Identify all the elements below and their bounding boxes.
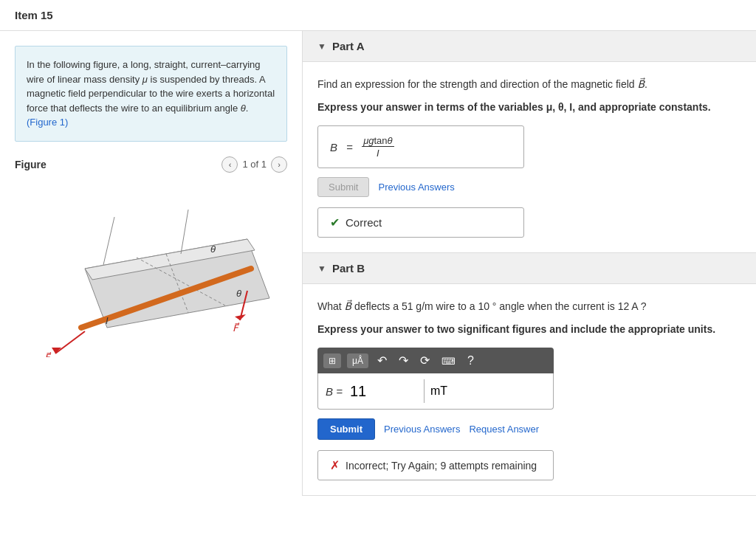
part-a-question: Find an expression for the strength and …: [317, 77, 741, 92]
part-a-instruction-text: Express your answer in terms of the vari…: [317, 101, 711, 113]
figure-link[interactable]: (Figure 1): [27, 117, 68, 128]
matrix-icon: ⊞: [329, 356, 336, 366]
math-input-row: B =: [318, 373, 553, 409]
part-a-correct-banner: ✔ Correct: [317, 207, 524, 238]
part-b-body: What B⃗ deflects a 51 g/m wire to a 10 °…: [303, 284, 756, 495]
refresh-button[interactable]: ⟳: [417, 352, 433, 369]
part-b-submit-row: Submit Previous Answers Request Answer: [317, 418, 741, 440]
part-a-prev-answers-link[interactable]: Previous Answers: [378, 182, 454, 193]
item-label: Item 15: [15, 9, 53, 21]
part-a-header[interactable]: ▼ Part A: [303, 31, 756, 62]
part-b-question: What B⃗ deflects a 51 g/m wire to a 10 °…: [317, 299, 741, 314]
figure-section: Figure ‹ 1 of 1 ›: [15, 156, 287, 357]
part-b-prev-answers-link[interactable]: Previous Answers: [384, 424, 460, 435]
svg-line-10: [55, 331, 85, 353]
svg-line-7: [103, 217, 114, 265]
part-a-b-label: B: [330, 141, 337, 153]
x-icon: ✗: [330, 458, 340, 472]
part-a-answer-box: B = μgtanθ I: [317, 125, 524, 168]
problem-text: In the following figure, a long, straigh…: [15, 46, 287, 142]
part-b-value-input[interactable]: [347, 382, 421, 401]
part-a-fraction: μgtanθ I: [362, 135, 394, 159]
figure-page: 1 of 1: [242, 159, 267, 170]
svg-text:θ: θ: [236, 288, 241, 299]
redo-button[interactable]: ↷: [396, 352, 411, 369]
part-a-body: Find an expression for the strength and …: [303, 62, 756, 252]
part-a-submit-row: Submit Previous Answers: [317, 177, 741, 197]
part-b-instruction-text: Express your answer to two significant f…: [317, 323, 715, 335]
undo-button[interactable]: ↶: [374, 352, 390, 369]
item-header: Item 15: [0, 0, 756, 31]
part-b-incorrect-text: Incorrect; Try Again; 9 attempts remaini…: [346, 460, 537, 472]
part-a-chevron: ▼: [317, 41, 326, 52]
part-a-numerator: μgtanθ: [362, 135, 394, 147]
part-a-instruction: Express your answer in terms of the vari…: [317, 100, 741, 115]
part-a-formula: B = μgtanθ I: [330, 135, 394, 159]
part-a-section: ▼ Part A Find an expression for the stre…: [303, 31, 756, 253]
figure-nav-controls: ‹ 1 of 1 ›: [221, 156, 287, 173]
next-figure-button[interactable]: ›: [271, 156, 287, 173]
svg-text:θ: θ: [210, 244, 216, 255]
part-b-b-label: B =: [326, 385, 343, 398]
mu-button[interactable]: μÅ: [347, 353, 368, 368]
part-b-incorrect-banner: ✗ Incorrect; Try Again; 9 attempts remai…: [317, 450, 554, 480]
part-b-request-answer-link[interactable]: Request Answer: [469, 424, 539, 435]
svg-marker-14: [235, 314, 246, 320]
part-b-submit-button[interactable]: Submit: [317, 418, 375, 440]
part-b-section: ▼ Part B What B⃗ deflects a 51 g/m wire …: [303, 253, 756, 496]
figure-title: Figure: [15, 159, 47, 170]
mu-label: μÅ: [352, 356, 363, 366]
figure-svg: θ θ I: [26, 180, 277, 357]
keyboard-icon: ⌨: [441, 356, 456, 367]
right-panel: ▼ Part A Find an expression for the stre…: [303, 31, 756, 496]
part-a-label: Part A: [332, 40, 365, 52]
math-input-area: B =: [317, 373, 554, 410]
part-b-unit-input[interactable]: [427, 383, 472, 399]
figure-image: θ θ I: [26, 180, 277, 357]
part-b-instruction: Express your answer to two significant f…: [317, 322, 741, 337]
left-panel: In the following figure, a long, straigh…: [0, 31, 303, 496]
checkmark-icon: ✔: [330, 215, 340, 229]
part-a-equals: =: [343, 141, 356, 153]
input-divider: [424, 379, 425, 403]
problem-body: In the following figure, a long, straigh…: [27, 59, 275, 114]
figure-header: Figure ‹ 1 of 1 ›: [15, 156, 287, 173]
svg-line-8: [181, 210, 188, 254]
math-toolbar: ⊞ μÅ ↶ ↷ ⟳ ⌨ ?: [317, 348, 554, 373]
part-a-correct-text: Correct: [346, 216, 382, 229]
svg-text:F⃗: F⃗: [44, 351, 52, 356]
part-b-chevron: ▼: [317, 263, 326, 274]
svg-text:F⃗: F⃗: [233, 322, 240, 333]
svg-text:I: I: [106, 315, 109, 326]
part-b-label: Part B: [332, 262, 365, 275]
help-button[interactable]: ?: [464, 353, 477, 369]
prev-figure-button[interactable]: ‹: [221, 156, 238, 173]
part-a-submit-button: Submit: [317, 177, 369, 197]
part-b-input-container: ⊞ μÅ ↶ ↷ ⟳ ⌨ ?: [317, 348, 554, 410]
keyboard-button[interactable]: ⌨: [439, 353, 458, 369]
part-b-header[interactable]: ▼ Part B: [303, 253, 756, 284]
part-a-denominator: I: [375, 148, 381, 159]
matrix-button[interactable]: ⊞: [323, 353, 341, 368]
